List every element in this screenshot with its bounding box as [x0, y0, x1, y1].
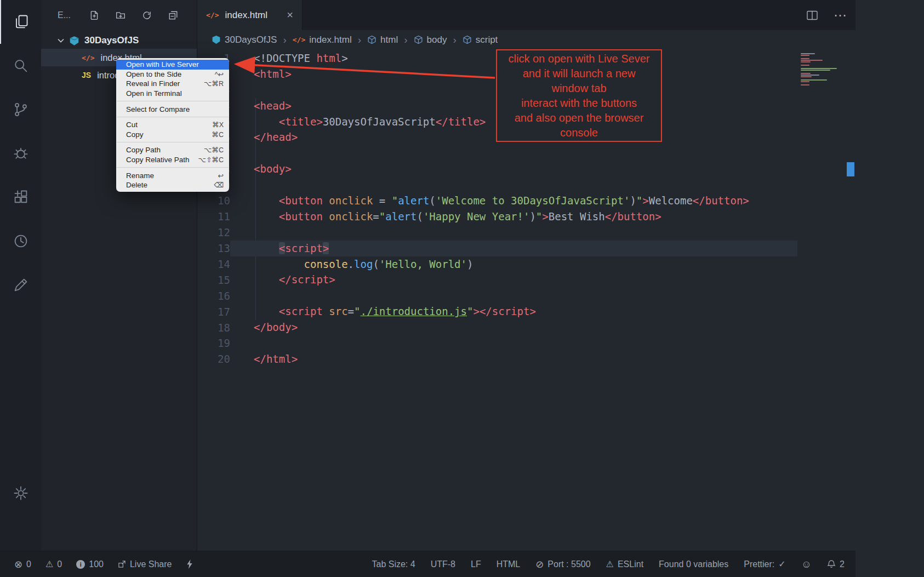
code-line-16[interactable]: 16	[197, 288, 847, 304]
code-line-8[interactable]: 8<body>	[197, 161, 847, 177]
code-line-15[interactable]: 15 </script>	[197, 272, 847, 288]
breadcrumb: 30DaysOfJS index.html html body script	[197, 30, 855, 49]
code-line-20[interactable]: 20</html>	[197, 351, 847, 367]
minimap-line	[801, 63, 847, 64]
bolt-button[interactable]	[186, 559, 193, 569]
live-share-label: Live Share	[130, 559, 172, 569]
menu-item-copy-relative-path[interactable]: Copy Relative Path⌥⇧⌘C	[116, 155, 229, 165]
bolt-icon	[186, 559, 193, 569]
breadcrumb-html[interactable]: html	[367, 35, 398, 45]
feedback-button[interactable]	[801, 558, 812, 570]
breadcrumb-file[interactable]: index.html	[293, 35, 352, 45]
status-bar: 0 0 100 Live Share Tab Size: 4 UTF-8 LF …	[0, 551, 855, 577]
menu-item-open-in-terminal[interactable]: Open in Terminal	[116, 89, 229, 99]
activity-debug-button[interactable]	[0, 132, 41, 175]
activity-explorer-button[interactable]	[0, 0, 41, 44]
annotation-box: click on open with Live Sever and it wil…	[496, 49, 662, 142]
activity-source-control-button[interactable]	[0, 88, 41, 132]
code-line-17[interactable]: 17 <script src="./introduction.js"></scr…	[197, 304, 847, 319]
variables-indicator[interactable]: Found 0 variables	[659, 559, 728, 569]
code-line-14[interactable]: 14 console.log('Hello, World')	[197, 256, 847, 272]
error-count: 0	[26, 559, 31, 569]
minimap-line	[801, 61, 847, 62]
menu-item-copy[interactable]: Copy⌘C	[116, 130, 229, 140]
code-line-7[interactable]: 7	[197, 145, 847, 161]
code-line-13[interactable]: 13 <script>	[197, 241, 847, 256]
language-indicator[interactable]: HTML	[497, 559, 521, 569]
code-line-10[interactable]: 10 <button onclick = "alert('Welcome to …	[197, 193, 847, 209]
port-label: Port : 5500	[547, 559, 590, 569]
tab-index-html[interactable]: index.html	[197, 0, 303, 30]
line-number: 10	[197, 195, 230, 207]
gear-icon	[13, 485, 29, 501]
code-line-9[interactable]: 9	[197, 177, 847, 193]
breadcrumb-script[interactable]: script	[463, 35, 498, 45]
split-editor-icon[interactable]	[806, 9, 818, 21]
folder-root-row[interactable]: 30DaysOfJS	[41, 32, 197, 49]
settings-button[interactable]	[0, 471, 41, 515]
tab-size-indicator[interactable]: Tab Size: 4	[372, 559, 415, 569]
encoding-indicator[interactable]: UTF-8	[431, 559, 455, 569]
refresh-button[interactable]	[142, 10, 152, 20]
minimap-line	[801, 75, 847, 76]
menu-item-open-to-the-side[interactable]: Open to the Side^↩	[116, 70, 229, 79]
menu-item-copy-path[interactable]: Copy Path⌥⌘C	[116, 145, 229, 155]
breadcrumb-label: body	[427, 35, 447, 45]
more-actions-icon[interactable]	[834, 13, 847, 18]
menu-item-select-for-compare[interactable]: Select for Compare	[116, 104, 229, 114]
close-tab-icon[interactable]	[287, 9, 293, 21]
activity-clock-button[interactable]	[0, 219, 41, 263]
eol-indicator[interactable]: LF	[471, 559, 481, 569]
menu-separator	[117, 117, 229, 117]
code-line-11[interactable]: 11 <button onclick="alert('Happy New Yea…	[197, 209, 847, 225]
chevron-right-icon	[403, 34, 408, 46]
problems-info[interactable]: 100	[76, 559, 104, 569]
notifications-button[interactable]: 2	[827, 559, 845, 569]
eslint-indicator[interactable]: ESLint	[606, 559, 643, 569]
eslint-label: ESLint	[618, 559, 643, 569]
minimap-line	[801, 53, 847, 54]
new-file-button[interactable]	[89, 10, 99, 20]
minimap-line	[801, 55, 847, 56]
port-indicator[interactable]: Port : 5500	[535, 558, 590, 570]
prettier-indicator[interactable]: Prettier:	[744, 559, 785, 569]
symbol-cube-icon	[367, 35, 377, 44]
problems-errors[interactable]: 0	[14, 558, 31, 570]
activity-extensions-button[interactable]	[0, 175, 41, 219]
code-line-19[interactable]: 19	[197, 335, 847, 351]
menu-separator	[117, 142, 229, 142]
language-label: HTML	[497, 559, 521, 569]
variables-label: Found 0 variables	[659, 559, 728, 569]
annotation-text: click on open with Live Sever and it wil…	[497, 50, 661, 140]
menu-item-reveal-in-finder[interactable]: Reveal in Finder⌥⌘R	[116, 79, 229, 89]
problems-warnings[interactable]: 0	[45, 559, 62, 569]
activity-pen-button[interactable]	[0, 263, 41, 307]
line-number: 17	[197, 306, 230, 318]
collapse-all-button[interactable]	[168, 10, 178, 20]
menu-item-open-with-live-server[interactable]: Open with Live Server	[116, 60, 229, 70]
live-share-button[interactable]: Live Share	[118, 559, 172, 569]
new-folder-icon	[116, 10, 126, 20]
line-number: 20	[197, 353, 230, 365]
new-file-icon	[89, 10, 99, 20]
explorer-header: E...	[41, 0, 197, 30]
minimap-line	[801, 79, 847, 81]
code-line-12[interactable]: 12	[197, 225, 847, 241]
breadcrumb-label: script	[476, 35, 498, 45]
minimap-line	[801, 56, 847, 58]
menu-item-cut[interactable]: Cut⌘X	[116, 120, 229, 130]
minimap[interactable]	[797, 49, 847, 551]
new-folder-button[interactable]	[116, 10, 126, 20]
scrollbar[interactable]	[847, 49, 855, 551]
encoding-label: UTF-8	[431, 559, 455, 569]
menu-item-delete[interactable]: Delete⌫	[116, 180, 229, 190]
breadcrumb-folder[interactable]: 30DaysOfJS	[212, 35, 277, 45]
activity-search-button[interactable]	[0, 44, 41, 88]
source-control-icon	[13, 101, 29, 118]
breadcrumb-body[interactable]: body	[414, 35, 447, 45]
code-line-18[interactable]: 18</body>	[197, 319, 847, 335]
info-icon	[76, 560, 85, 569]
line-number: 15	[197, 274, 230, 286]
extensions-icon	[13, 189, 29, 205]
menu-item-rename[interactable]: Rename↩	[116, 170, 229, 180]
